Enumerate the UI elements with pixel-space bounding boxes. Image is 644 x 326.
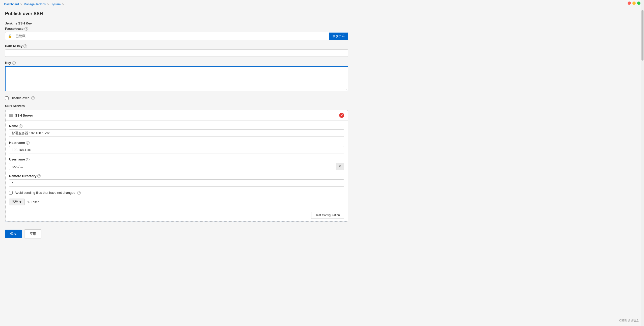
passphrase-label: Passphrase	[5, 27, 23, 31]
breadcrumb-dashboard[interactable]: Dashboard	[4, 3, 19, 6]
hostname-group: Hostname ?	[9, 141, 344, 153]
username-group: Username ? ⚙	[9, 157, 344, 170]
apply-button[interactable]: 应用	[24, 229, 41, 238]
username-label: Username	[9, 157, 25, 161]
avoid-sending-help-icon[interactable]: ?	[77, 191, 81, 195]
test-config-row: Test Configuration	[6, 209, 348, 221]
disable-exec-help-icon[interactable]: ?	[31, 96, 35, 100]
ssh-server-header: SSH Server ✕	[6, 110, 348, 121]
breadcrumb-sep-3: >	[62, 3, 64, 6]
window-close-btn[interactable]	[628, 2, 631, 5]
lock-icon: 🔒	[5, 33, 15, 40]
page-title: Publish over SSH	[5, 11, 348, 16]
ssh-servers-section: SSH Servers SSH Server ✕	[5, 104, 348, 222]
ssh-servers-label: SSH Servers	[5, 104, 348, 108]
chevron-down-icon: ▼	[19, 200, 22, 204]
main-content: Publish over SSH Jenkins SSH Key Passphr…	[0, 9, 353, 249]
change-password-button[interactable]: 修改密码	[329, 33, 348, 40]
passphrase-help-icon[interactable]: ?	[24, 27, 28, 31]
remote-directory-group: Remote Directory ?	[9, 174, 344, 187]
key-label: Key	[5, 61, 11, 65]
server-name-input[interactable]	[9, 129, 344, 137]
jenkins-ssh-key-label: Jenkins SSH Key	[5, 21, 348, 25]
drag-handle-icon[interactable]	[9, 114, 13, 117]
path-to-key-label: Path to key	[5, 44, 22, 48]
action-bar: 保存 应用	[5, 226, 348, 238]
edited-label: Edited	[31, 200, 39, 204]
username-help-icon[interactable]: ?	[26, 158, 30, 161]
passphrase-group: Passphrase ? 🔒 已隐藏 修改密码	[5, 27, 348, 40]
pencil-icon: ✎	[27, 200, 30, 204]
passphrase-row: 🔒 已隐藏 修改密码	[5, 32, 348, 40]
remove-server-button[interactable]: ✕	[339, 113, 344, 118]
server-name-help-icon[interactable]: ?	[19, 124, 22, 128]
ssh-server-title: SSH Server	[15, 114, 33, 117]
scrollbar-thumb[interactable]	[641, 10, 643, 61]
avoid-sending-row: Avoid sending files that have not change…	[9, 191, 344, 195]
window-max-btn[interactable]	[637, 2, 640, 5]
path-to-key-help-icon[interactable]: ?	[23, 44, 27, 48]
disable-exec-checkbox[interactable]	[5, 96, 9, 100]
server-name-group: Name ?	[9, 124, 344, 137]
username-input[interactable]	[9, 163, 336, 170]
ssh-server-body: Name ? Hostname ?	[6, 121, 348, 209]
breadcrumb-manage-jenkins[interactable]: Manage Jenkins	[24, 3, 46, 6]
path-to-key-input[interactable]	[5, 49, 348, 57]
hostname-help-icon[interactable]: ?	[26, 141, 30, 145]
key-help-icon[interactable]: ?	[12, 61, 16, 65]
server-name-label: Name	[9, 124, 18, 128]
hostname-input[interactable]	[9, 146, 344, 153]
breadcrumb-system[interactable]: System	[50, 3, 61, 6]
remote-directory-help-icon[interactable]: ?	[37, 174, 41, 178]
passphrase-value: 已隐藏	[15, 32, 329, 40]
ssh-server-card: SSH Server ✕ Name ?	[5, 110, 348, 222]
breadcrumb-sep-1: >	[20, 3, 22, 6]
disable-exec-row: Disable exec ?	[5, 96, 348, 100]
path-to-key-group: Path to key ?	[5, 44, 348, 57]
server-footer-row: 高级 ▼ ✎ Edited	[9, 199, 344, 205]
scrollbar[interactable]	[641, 0, 644, 326]
key-group: Key ?	[5, 61, 348, 92]
hostname-label: Hostname	[9, 141, 25, 145]
window-controls	[628, 2, 640, 5]
ssh-server-header-left: SSH Server	[9, 114, 33, 117]
username-input-row: ⚙	[9, 163, 344, 170]
breadcrumb: Dashboard > Manage Jenkins > System >	[0, 0, 644, 9]
advanced-label: 高级	[12, 200, 18, 204]
breadcrumb-sep-2: >	[47, 3, 49, 6]
edited-badge: ✎ Edited	[27, 200, 39, 204]
save-button[interactable]: 保存	[5, 230, 22, 238]
remote-directory-input[interactable]	[9, 179, 344, 187]
csdn-badge: CSDN @徐语之	[619, 319, 639, 322]
avoid-sending-label: Avoid sending files that have not change…	[15, 191, 75, 195]
window-min-btn[interactable]	[632, 2, 636, 5]
remote-directory-label: Remote Directory	[9, 174, 36, 178]
key-textarea[interactable]	[5, 66, 348, 91]
disable-exec-label: Disable exec	[11, 96, 29, 100]
advanced-button[interactable]: 高级 ▼	[9, 199, 25, 205]
test-configuration-button[interactable]: Test Configuration	[311, 212, 344, 219]
username-side-button[interactable]: ⚙	[336, 163, 344, 170]
avoid-sending-checkbox[interactable]	[9, 191, 13, 195]
ssh-server-container: SSH Server ✕ Name ?	[5, 110, 348, 222]
